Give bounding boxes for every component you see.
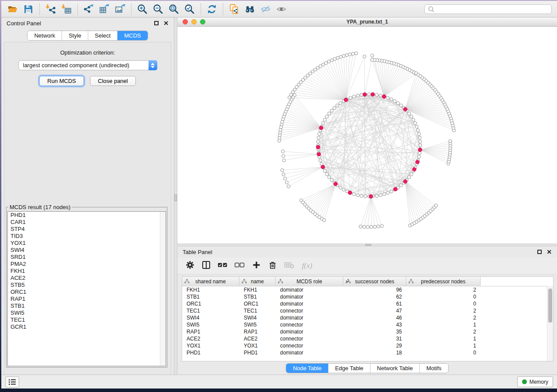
- table-row[interactable]: FKH1FKH1dominator962: [182, 286, 553, 293]
- run-mcds-button[interactable]: Run MCDS: [39, 76, 84, 86]
- delete-icon[interactable]: [268, 260, 277, 272]
- folder-open-icon[interactable]: [5, 3, 21, 16]
- table-scrollbar[interactable]: [547, 286, 553, 361]
- network-node: [281, 150, 284, 153]
- clipboard-share-icon[interactable]: [226, 3, 242, 16]
- search-input[interactable]: [435, 6, 548, 13]
- table-cell: SWI4: [182, 315, 239, 321]
- eye-icon[interactable]: [273, 3, 289, 16]
- table-export-icon[interactable]: [97, 3, 112, 16]
- float-panel-icon[interactable]: [537, 250, 542, 254]
- mcds-result-item[interactable]: SWI4: [8, 247, 166, 254]
- mcds-result-item[interactable]: RAP1: [8, 296, 166, 303]
- table-row[interactable]: SWI4SWI4dominator462: [182, 314, 553, 321]
- image-export-icon[interactable]: [112, 3, 128, 16]
- close-panel-icon[interactable]: ✕: [163, 21, 169, 25]
- network-node: [415, 72, 418, 75]
- criterion-dropdown[interactable]: largest connected component (undirected): [18, 60, 157, 70]
- control-panel-title: Control Panel: [7, 20, 41, 27]
- mcds-result-item[interactable]: STB1: [8, 303, 166, 309]
- column-header-shared-name[interactable]: shared name: [182, 277, 239, 286]
- maximize-window-icon[interactable]: [200, 19, 205, 24]
- splitter-grip[interactable]: [365, 244, 371, 246]
- mcds-result-item[interactable]: TID3: [8, 233, 166, 240]
- deselect-all-icon[interactable]: [235, 260, 245, 272]
- column-header-MCDS-role[interactable]: MCDS role: [276, 277, 343, 286]
- memory-button[interactable]: Memory: [517, 376, 553, 387]
- mcds-result-item[interactable]: STB5: [8, 282, 166, 289]
- tab-node-table[interactable]: Node Table: [286, 364, 328, 373]
- network-node: [399, 184, 402, 187]
- control-panel-titlebar: Control Panel ✕: [1, 17, 174, 29]
- mcds-result-item[interactable]: GCR1: [8, 323, 166, 330]
- network-graph[interactable]: [177, 27, 557, 244]
- table-row[interactable]: TEC1TEC1connector472: [182, 307, 553, 314]
- zoom-selected-icon[interactable]: [182, 3, 197, 16]
- network-node: [355, 52, 358, 55]
- network-window-title: YPA_prune.txt_1: [346, 19, 388, 25]
- select-all-icon[interactable]: [218, 260, 228, 272]
- gear-icon[interactable]: [185, 260, 195, 272]
- network-node: [356, 193, 359, 196]
- table-row[interactable]: PHD1PHD1dominator180: [182, 349, 553, 356]
- column-header-name[interactable]: name: [239, 277, 276, 286]
- table-row[interactable]: YOX1YOX1connector291: [182, 342, 553, 349]
- mcds-result-item[interactable]: PHD1: [8, 212, 166, 219]
- show-panels-button[interactable]: [5, 376, 19, 388]
- mcds-result-item[interactable]: STP4: [8, 226, 166, 233]
- binoculars-icon[interactable]: [242, 3, 258, 16]
- columns-icon[interactable]: [201, 260, 211, 272]
- mcds-result-item[interactable]: ACE2: [8, 275, 166, 282]
- mcds-result-item[interactable]: YOX1: [8, 240, 166, 247]
- network-node: [282, 173, 285, 176]
- toolbar-separator: [201, 3, 201, 15]
- mcds-result-item[interactable]: CAR1: [8, 219, 166, 226]
- horizontal-splitter[interactable]: [177, 244, 557, 246]
- close-panel-icon[interactable]: ✕: [547, 250, 552, 254]
- table-cell: RAP1: [182, 329, 239, 335]
- mcds-result-item[interactable]: SRD1: [8, 254, 166, 261]
- tab-mcds[interactable]: MCDS: [117, 31, 147, 40]
- mcds-list-scrollbar[interactable]: [160, 212, 166, 366]
- network-import-icon[interactable]: [43, 3, 59, 16]
- table-row[interactable]: ACE2ACE2connector311: [182, 335, 553, 342]
- network-node: [366, 225, 369, 228]
- zoom-out-icon[interactable]: [150, 3, 166, 16]
- zoom-in-icon[interactable]: [135, 3, 150, 16]
- mcds-result-item[interactable]: TEC1: [8, 316, 166, 323]
- network-export-icon[interactable]: [81, 3, 97, 16]
- table-scrollbar-thumb[interactable]: [548, 289, 552, 323]
- table-row[interactable]: SWI5SWI5connector431: [182, 321, 553, 328]
- network-canvas[interactable]: [177, 27, 557, 244]
- eye-slash-icon[interactable]: [258, 3, 273, 16]
- mcds-result-item[interactable]: PMA2: [8, 261, 166, 268]
- tab-select[interactable]: Select: [88, 31, 117, 40]
- network-node: [377, 225, 380, 228]
- float-panel-icon[interactable]: [154, 21, 159, 25]
- tab-network[interactable]: Network: [28, 31, 62, 40]
- tab-network-table[interactable]: Network Table: [370, 364, 419, 373]
- close-window-icon[interactable]: [183, 19, 188, 24]
- mcds-result-item[interactable]: FKH1: [8, 268, 166, 275]
- network-node: [330, 109, 333, 112]
- table-row[interactable]: ORC1ORC1dominator610: [182, 300, 553, 307]
- minimize-window-icon[interactable]: [191, 19, 197, 24]
- splitter-grip[interactable]: [174, 194, 177, 201]
- add-icon[interactable]: [252, 260, 261, 272]
- refresh-icon[interactable]: [204, 3, 220, 16]
- network-node: [328, 175, 331, 179]
- zoom-fit-icon[interactable]: [166, 3, 182, 16]
- mcds-result-item[interactable]: SWI5: [8, 309, 166, 316]
- save-icon[interactable]: [21, 3, 36, 16]
- column-header-successor-nodes[interactable]: successor nodes: [343, 277, 406, 286]
- vertical-splitter[interactable]: [174, 17, 177, 375]
- tab-edge-table[interactable]: Edge Table: [328, 364, 370, 373]
- column-header-predecessor-nodes[interactable]: predecessor nodes: [406, 277, 481, 286]
- mcds-result-item[interactable]: ORC1: [8, 289, 166, 296]
- table-row[interactable]: RAP1RAP1dominator352: [182, 328, 553, 335]
- tab-style[interactable]: Style: [62, 31, 88, 40]
- tab-motifs[interactable]: Motifs: [419, 364, 448, 373]
- close-panel-button[interactable]: Close panel: [90, 76, 136, 86]
- table-row[interactable]: STB1STB1dominator620: [182, 293, 553, 300]
- table-import-icon[interactable]: [59, 3, 74, 16]
